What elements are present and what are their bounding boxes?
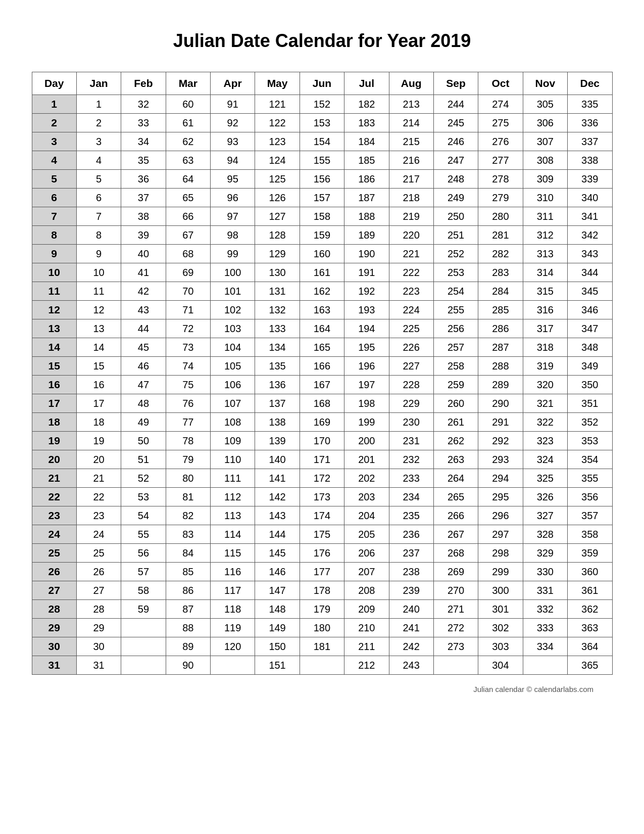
cell-jun: 177 <box>300 563 344 581</box>
cell-sep: 272 <box>433 619 478 637</box>
cell-jan: 23 <box>76 506 121 525</box>
cell-oct: 301 <box>478 600 523 619</box>
cell-jul: 204 <box>344 506 389 525</box>
cell-sep: 260 <box>433 394 478 413</box>
cell-oct: 292 <box>478 432 523 450</box>
cell-may: 141 <box>255 469 300 488</box>
cell-nov: 328 <box>523 525 567 544</box>
cell-feb: 57 <box>121 563 166 581</box>
cell-oct: 288 <box>478 357 523 376</box>
cell-apr: 98 <box>211 226 255 245</box>
cell-jun: 169 <box>300 413 344 432</box>
table-row: 313190151212243304365 <box>32 656 612 675</box>
cell-feb: 47 <box>121 376 166 394</box>
cell-nov: 317 <box>523 319 567 338</box>
cell-apr: 101 <box>211 282 255 301</box>
cell-apr: 97 <box>211 207 255 226</box>
cell-sep: 271 <box>433 600 478 619</box>
cell-dec: 348 <box>568 338 613 357</box>
column-header-jun: Jun <box>300 72 344 95</box>
cell-jan: 21 <box>76 469 121 488</box>
cell-dec: 356 <box>568 488 613 506</box>
cell-nov: 313 <box>523 245 567 263</box>
column-header-apr: Apr <box>211 72 255 95</box>
cell-nov: 312 <box>523 226 567 245</box>
cell-aug: 219 <box>389 207 433 226</box>
column-header-jan: Jan <box>76 72 121 95</box>
cell-jul: 200 <box>344 432 389 450</box>
cell-jul: 192 <box>344 282 389 301</box>
cell-jan: 28 <box>76 600 121 619</box>
cell-aug: 228 <box>389 376 433 394</box>
cell-mar: 68 <box>166 245 210 263</box>
cell-aug: 223 <box>389 282 433 301</box>
cell-feb: 34 <box>121 132 166 151</box>
cell-mar: 78 <box>166 432 210 450</box>
cell-jul: 209 <box>344 600 389 619</box>
cell-apr: 105 <box>211 357 255 376</box>
cell-feb: 36 <box>121 170 166 189</box>
cell-day: 20 <box>32 450 76 469</box>
cell-jun: 172 <box>300 469 344 488</box>
cell-jun: 166 <box>300 357 344 376</box>
cell-feb: 38 <box>121 207 166 226</box>
cell-aug: 213 <box>389 95 433 114</box>
cell-dec: 358 <box>568 525 613 544</box>
cell-may: 127 <box>255 207 300 226</box>
cell-feb: 44 <box>121 319 166 338</box>
column-header-aug: Aug <box>389 72 433 95</box>
cell-sep: 252 <box>433 245 478 263</box>
cell-apr: 95 <box>211 170 255 189</box>
cell-jun: 168 <box>300 394 344 413</box>
cell-jun: 159 <box>300 226 344 245</box>
cell-sep: 245 <box>433 114 478 132</box>
cell-aug: 220 <box>389 226 433 245</box>
cell-mar: 81 <box>166 488 210 506</box>
cell-day: 10 <box>32 263 76 282</box>
cell-apr: 117 <box>211 581 255 600</box>
cell-mar: 88 <box>166 619 210 637</box>
cell-dec: 361 <box>568 581 613 600</box>
cell-sep: 258 <box>433 357 478 376</box>
cell-oct: 302 <box>478 619 523 637</box>
cell-day: 16 <box>32 376 76 394</box>
cell-oct: 298 <box>478 544 523 563</box>
column-header-dec: Dec <box>568 72 613 95</box>
cell-sep: 256 <box>433 319 478 338</box>
cell-may: 140 <box>255 450 300 469</box>
cell-aug: 240 <box>389 600 433 619</box>
cell-oct: 276 <box>478 132 523 151</box>
cell-apr: 92 <box>211 114 255 132</box>
cell-mar: 89 <box>166 637 210 656</box>
table-row: 26265785116146177207238269299330360 <box>32 563 612 581</box>
cell-dec: 340 <box>568 189 613 207</box>
cell-mar: 82 <box>166 506 210 525</box>
cell-may: 151 <box>255 656 300 675</box>
cell-mar: 76 <box>166 394 210 413</box>
cell-may: 126 <box>255 189 300 207</box>
cell-feb: 54 <box>121 506 166 525</box>
cell-aug: 230 <box>389 413 433 432</box>
cell-jul: 203 <box>344 488 389 506</box>
cell-nov: 321 <box>523 394 567 413</box>
cell-feb: 40 <box>121 245 166 263</box>
cell-aug: 221 <box>389 245 433 263</box>
cell-jun: 152 <box>300 95 344 114</box>
cell-day: 19 <box>32 432 76 450</box>
table-row: 25255684115145176206237268298329359 <box>32 544 612 563</box>
cell-aug: 235 <box>389 506 433 525</box>
cell-apr: 106 <box>211 376 255 394</box>
cell-mar: 62 <box>166 132 210 151</box>
cell-feb <box>121 656 166 675</box>
cell-sep: 265 <box>433 488 478 506</box>
cell-jul: 191 <box>344 263 389 282</box>
cell-aug: 239 <box>389 581 433 600</box>
cell-jan: 9 <box>76 245 121 263</box>
cell-jun: 155 <box>300 151 344 170</box>
cell-apr: 94 <box>211 151 255 170</box>
cell-jan: 4 <box>76 151 121 170</box>
cell-feb <box>121 619 166 637</box>
cell-jul: 184 <box>344 132 389 151</box>
cell-day: 1 <box>32 95 76 114</box>
cell-sep: 269 <box>433 563 478 581</box>
